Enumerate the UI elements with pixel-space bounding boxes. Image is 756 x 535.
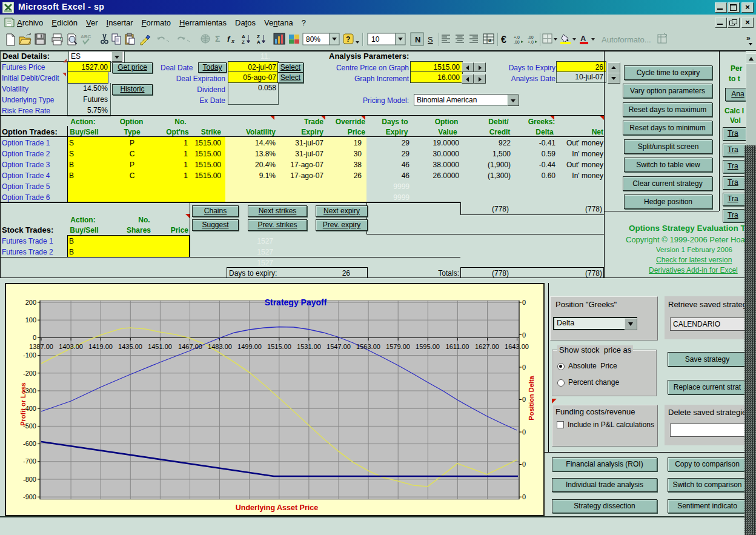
svg-text:-700: -700 <box>23 457 36 465</box>
svg-text:.00: .00 <box>528 35 534 39</box>
svg-text:1451.00: 1451.00 <box>148 343 172 350</box>
svg-text:-900: -900 <box>23 493 36 500</box>
svg-text:A: A <box>242 34 245 39</box>
svg-text:1627.00: 1627.00 <box>475 343 499 350</box>
svg-text:+.0: +.0 <box>528 40 534 44</box>
svg-text:1595.00: 1595.00 <box>416 343 440 350</box>
svg-text:+.0: +.0 <box>514 35 520 39</box>
svg-text:1515.00: 1515.00 <box>267 343 291 350</box>
svg-text:Profit or Loss: Profit or Loss <box>19 382 27 426</box>
svg-text:-600: -600 <box>23 440 36 447</box>
svg-text:Z: Z <box>257 34 260 39</box>
svg-text:1483.00: 1483.00 <box>208 343 232 350</box>
svg-text:0: 0 <box>522 331 526 339</box>
svg-text:x: x <box>231 38 235 44</box>
svg-text:1499.00: 1499.00 <box>237 343 262 350</box>
svg-text:1403.00: 1403.00 <box>59 343 83 350</box>
svg-text:-200: -200 <box>23 370 36 377</box>
svg-text:200: 200 <box>25 299 36 306</box>
svg-text:1547.00: 1547.00 <box>327 343 351 350</box>
svg-text:1467.00: 1467.00 <box>178 343 202 350</box>
svg-text:0: 0 <box>522 493 526 500</box>
svg-text:f: f <box>227 35 231 44</box>
svg-text:1435.00: 1435.00 <box>118 343 142 350</box>
svg-text:0: 0 <box>33 334 36 341</box>
svg-text:A: A <box>580 34 586 43</box>
svg-text:Position Delta: Position Delta <box>528 375 535 420</box>
svg-text:.00: .00 <box>514 40 520 44</box>
svg-text:1563.00: 1563.00 <box>356 343 380 350</box>
svg-text:1531.00: 1531.00 <box>297 343 321 350</box>
svg-text:»: » <box>746 34 751 42</box>
svg-text:0: 0 <box>522 460 526 468</box>
svg-text:0: 0 <box>522 396 526 403</box>
svg-text:1611.00: 1611.00 <box>446 343 469 350</box>
svg-text:Σ: Σ <box>215 34 220 44</box>
svg-text:Underlying Asset Price: Underlying Asset Price <box>236 503 318 512</box>
svg-text:Z: Z <box>242 39 245 45</box>
svg-text:0: 0 <box>522 299 526 306</box>
svg-text:10: 10 <box>371 35 380 44</box>
svg-text:Strategy Payoff: Strategy Payoff <box>265 297 327 307</box>
svg-text:Autoformato...: Autoformato... <box>602 35 651 44</box>
svg-text:€: € <box>501 35 506 45</box>
svg-text:1387.00: 1387.00 <box>29 343 53 350</box>
svg-text:ABC: ABC <box>81 34 91 39</box>
svg-text:1419.00: 1419.00 <box>88 343 113 350</box>
svg-text:?: ? <box>346 35 350 44</box>
svg-text:N: N <box>415 35 420 44</box>
svg-text:A: A <box>257 39 260 45</box>
svg-text:-100: -100 <box>23 351 36 359</box>
svg-text:100: 100 <box>25 316 36 324</box>
svg-text:1643.00: 1643.00 <box>505 343 529 350</box>
svg-text:S: S <box>428 35 433 44</box>
svg-text:0: 0 <box>522 364 526 371</box>
svg-text:1579.00: 1579.00 <box>386 343 410 350</box>
svg-text:-800: -800 <box>23 476 36 483</box>
svg-text:0: 0 <box>522 428 526 436</box>
svg-text:80%: 80% <box>306 35 320 44</box>
